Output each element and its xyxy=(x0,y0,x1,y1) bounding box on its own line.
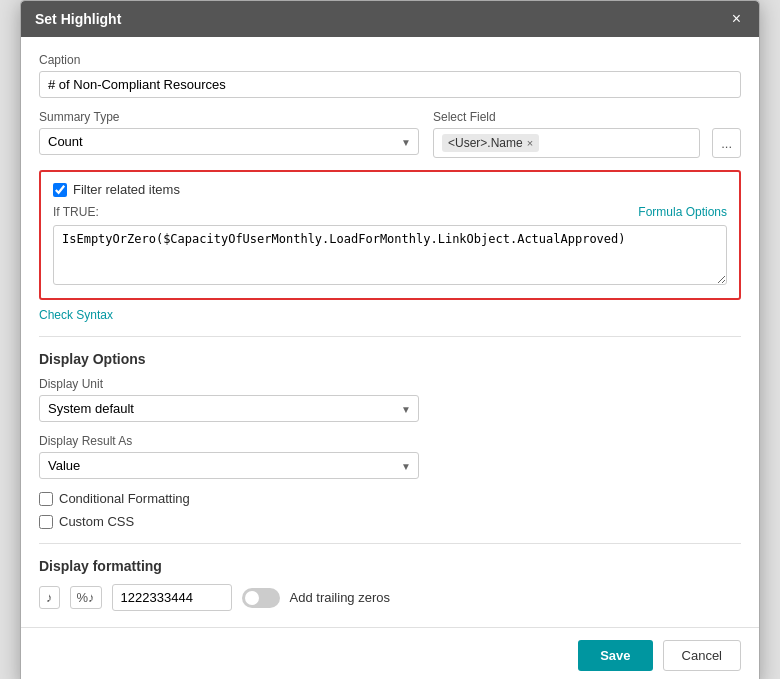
conditional-formatting-row: Conditional Formatting xyxy=(39,491,741,506)
dialog-footer: Save Cancel xyxy=(21,627,759,679)
formula-options-link[interactable]: Formula Options xyxy=(638,205,727,219)
caption-field-group: Caption xyxy=(39,53,741,98)
display-result-group: Display Result As Value ▼ xyxy=(39,434,741,479)
summary-type-select-wrapper: Count ▼ xyxy=(39,128,419,155)
custom-css-label[interactable]: Custom CSS xyxy=(59,514,134,529)
divider-2 xyxy=(39,543,741,544)
display-unit-group: Display Unit System default ▼ xyxy=(39,377,741,422)
dialog-header: Set Highlight × xyxy=(21,1,759,37)
select-field-group: Select Field <User>.Name × ... xyxy=(433,110,741,158)
toggle-slider xyxy=(242,588,280,608)
filter-section: Filter related items If TRUE: Formula Op… xyxy=(39,170,741,300)
display-unit-select-wrapper: System default ▼ xyxy=(39,395,419,422)
summary-type-group: Summary Type Count ▼ xyxy=(39,110,419,158)
display-result-select[interactable]: Value xyxy=(39,452,419,479)
summary-select-row: Summary Type Count ▼ Select Field <User>… xyxy=(39,110,741,158)
filter-checkbox-row: Filter related items xyxy=(53,182,727,197)
dialog-title: Set Highlight xyxy=(35,11,121,27)
caption-label: Caption xyxy=(39,53,741,67)
formula-textarea[interactable] xyxy=(53,225,727,285)
check-syntax-link[interactable]: Check Syntax xyxy=(39,308,113,322)
display-options-section: Display Options Display Unit System defa… xyxy=(39,351,741,529)
custom-css-checkbox[interactable] xyxy=(39,515,53,529)
set-highlight-dialog: Set Highlight × Caption Summary Type Cou… xyxy=(20,0,760,679)
close-button[interactable]: × xyxy=(728,9,745,29)
display-formatting-section: Display formatting ♪ %♪ Add trailing zer… xyxy=(39,558,741,611)
conditional-formatting-label[interactable]: Conditional Formatting xyxy=(59,491,190,506)
summary-type-label: Summary Type xyxy=(39,110,419,124)
cancel-button[interactable]: Cancel xyxy=(663,640,741,671)
display-options-title: Display Options xyxy=(39,351,741,367)
dialog-body: Caption Summary Type Count ▼ Select Fiel… xyxy=(21,37,759,627)
display-formatting-title: Display formatting xyxy=(39,558,741,574)
formatting-row: ♪ %♪ Add trailing zeros xyxy=(39,584,741,611)
select-field-tag: <User>.Name × xyxy=(442,134,539,152)
if-true-label: If TRUE: xyxy=(53,205,99,219)
decimal-icon[interactable]: ♪ xyxy=(39,586,60,609)
caption-input[interactable] xyxy=(39,71,741,98)
percent-icon[interactable]: %♪ xyxy=(70,586,102,609)
display-result-label: Display Result As xyxy=(39,434,741,448)
select-field-dots-button[interactable]: ... xyxy=(712,128,741,158)
trailing-zeros-label: Add trailing zeros xyxy=(290,590,390,605)
format-value-input[interactable] xyxy=(112,584,232,611)
tag-value: <User>.Name xyxy=(448,136,523,150)
save-button[interactable]: Save xyxy=(578,640,652,671)
display-unit-label: Display Unit xyxy=(39,377,741,391)
summary-type-select[interactable]: Count xyxy=(39,128,419,155)
custom-css-row: Custom CSS xyxy=(39,514,741,529)
filter-checkbox-label[interactable]: Filter related items xyxy=(73,182,180,197)
divider-1 xyxy=(39,336,741,337)
filter-checkbox[interactable] xyxy=(53,183,67,197)
tag-remove-icon[interactable]: × xyxy=(527,137,533,149)
display-unit-select[interactable]: System default xyxy=(39,395,419,422)
select-field-label: Select Field xyxy=(433,110,741,124)
conditional-formatting-checkbox[interactable] xyxy=(39,492,53,506)
select-field-tag-container: <User>.Name × xyxy=(433,128,700,158)
display-result-select-wrapper: Value ▼ xyxy=(39,452,419,479)
trailing-zeros-toggle[interactable] xyxy=(242,588,280,608)
if-true-row: If TRUE: Formula Options xyxy=(53,205,727,219)
